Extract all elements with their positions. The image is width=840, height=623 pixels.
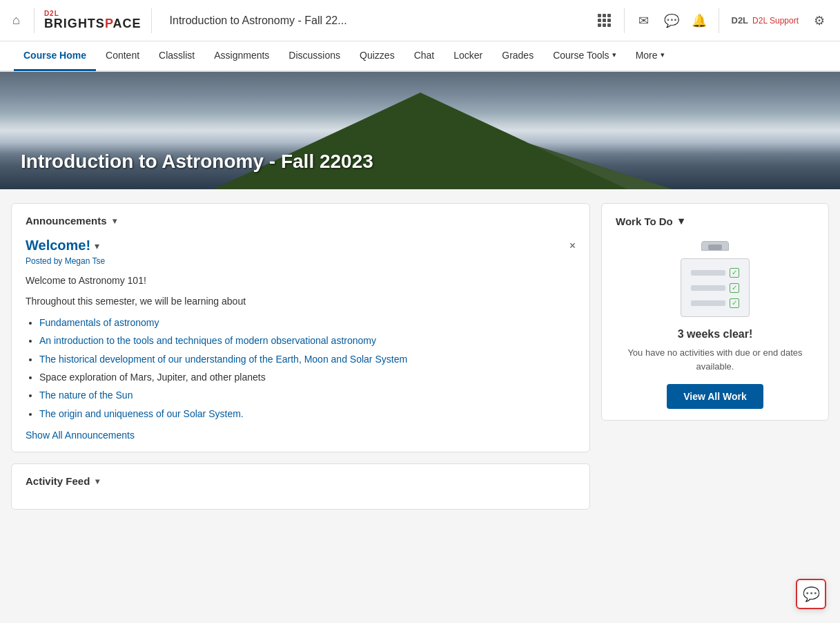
nav-content[interactable]: Content	[96, 41, 149, 71]
logo-area[interactable]: D2L BRIGHTSPACE	[44, 10, 141, 31]
work-to-do-header: Work To Do ▾	[616, 215, 814, 227]
check-icon-1: ✓	[730, 268, 739, 278]
activity-feed-chevron-icon[interactable]: ▾	[95, 477, 99, 486]
checklist-bar-2	[691, 285, 725, 291]
announcements-card: Announcements ▾ Welcome! ▾ × Posted by M…	[11, 203, 590, 452]
nav-more[interactable]: More ▾	[626, 41, 674, 71]
nav-discussions[interactable]: Discussions	[279, 41, 350, 71]
checklist-paper: ✓ ✓ ✓	[681, 258, 750, 317]
activity-feed-header: Activity Feed ▾	[26, 475, 576, 487]
check-icon-3: ✓	[730, 298, 739, 308]
top-bar: ⌂ D2L BRIGHTSPACE Introduction to Astron…	[0, 0, 840, 41]
nav-course-tools-label: Course Tools	[553, 50, 609, 61]
show-all-announcements-link[interactable]: Show All Announcements	[26, 430, 576, 441]
announcement-list: Fundamentals of astronomy An introductio…	[39, 315, 576, 421]
nav-more-label: More	[636, 50, 658, 61]
clipboard-top	[701, 241, 729, 251]
list-item: Space exploration of Mars, Jupiter, and …	[39, 370, 576, 385]
announcement-intro-2: Throughout this semester, we will be lea…	[26, 294, 576, 309]
grid-apps-button[interactable]	[592, 8, 617, 33]
checklist-bar-3	[691, 300, 725, 306]
hero-mountain-center	[213, 93, 627, 189]
left-column: Announcements ▾ Welcome! ▾ × Posted by M…	[11, 203, 590, 510]
nav-classlist[interactable]: Classlist	[149, 41, 204, 71]
nav-course-tools[interactable]: Course Tools ▾	[543, 41, 625, 71]
list-item: The historical development of our unders…	[39, 352, 576, 367]
divider-4	[719, 8, 719, 33]
work-status-desc: You have no activities with due or end d…	[616, 346, 814, 373]
activity-feed-label: Activity Feed	[26, 475, 90, 487]
nav-course-home[interactable]: Course Home	[14, 41, 96, 71]
list-item: Fundamentals of astronomy	[39, 315, 576, 330]
work-to-do-chevron-icon[interactable]: ▾	[678, 215, 684, 227]
nav-grades[interactable]: Grades	[492, 41, 543, 71]
bell-button[interactable]: 🔔	[687, 8, 712, 33]
gear-icon: ⚙	[814, 13, 825, 28]
list-item: An introduction to the tools and techniq…	[39, 333, 576, 348]
nav-bar: Course Home Content Classlist Assignment…	[0, 41, 840, 72]
bullet-link-2[interactable]: An introduction to the tools and techniq…	[39, 335, 376, 346]
clipboard-clip	[708, 245, 722, 250]
course-tools-chevron-icon: ▾	[612, 50, 616, 59]
check-icon-2: ✓	[730, 283, 739, 293]
announcements-label: Announcements	[26, 215, 107, 227]
announcement-body: Welcome to Astronomy 101! Throughout thi…	[26, 273, 576, 421]
checklist-illustration: ✓ ✓ ✓	[674, 241, 756, 317]
divider-1	[34, 8, 35, 33]
hero-title: Introduction to Astronomy - Fall 22023	[21, 151, 373, 173]
grid-icon	[598, 14, 611, 27]
nav-quizzes[interactable]: Quizzes	[350, 41, 404, 71]
announcements-header: Announcements ▾	[26, 215, 576, 227]
right-column: Work To Do ▾ ✓ ✓	[601, 203, 829, 510]
d2l-logo-small: D2L	[732, 15, 749, 26]
announcements-chevron-icon[interactable]: ▾	[113, 216, 117, 226]
nav-locker[interactable]: Locker	[444, 41, 492, 71]
bullet-link-5[interactable]: The nature of the Sun	[39, 390, 133, 401]
home-icon[interactable]: ⌂	[8, 9, 24, 32]
bullet-link-6[interactable]: The origin and uniqueness of our Solar S…	[39, 408, 244, 419]
activity-feed-card: Activity Feed ▾	[11, 463, 590, 510]
settings-button[interactable]: ⚙	[807, 8, 832, 33]
announcement-close-button[interactable]: ×	[569, 240, 576, 252]
email-button[interactable]: ✉	[632, 8, 656, 33]
top-bar-icons: ✉ 💬 🔔 D2L D2L Support ⚙	[592, 8, 832, 33]
announcement-welcome-title[interactable]: Welcome!	[26, 238, 90, 253]
course-title-top: Introduction to Astronomy - Fall 22...	[162, 15, 587, 27]
hero-banner: Introduction to Astronomy - Fall 22023	[0, 72, 840, 189]
checklist-line-3: ✓	[691, 298, 739, 308]
work-to-do-label: Work To Do	[616, 215, 673, 227]
checklist-line-1: ✓	[691, 268, 739, 278]
work-status-title: 3 weeks clear!	[616, 328, 814, 341]
divider-2	[151, 8, 152, 33]
welcome-chevron-icon[interactable]: ▾	[95, 240, 99, 251]
announcement-intro-1: Welcome to Astronomy 101!	[26, 273, 576, 288]
divider-3	[624, 8, 625, 33]
bullet-link-3[interactable]: The historical development of our unders…	[39, 354, 407, 365]
checklist-line-2: ✓	[691, 283, 739, 293]
work-to-do-card: Work To Do ▾ ✓ ✓	[601, 203, 829, 421]
list-item: The nature of the Sun	[39, 387, 576, 403]
list-item: The origin and uniqueness of our Solar S…	[39, 406, 576, 421]
checklist-bar-1	[691, 270, 725, 276]
d2l-support-text: D2L Support	[752, 16, 799, 26]
announcement-posted-by: Posted by Megan Tse	[26, 256, 576, 266]
bullet-link-1[interactable]: Fundamentals of astronomy	[39, 317, 159, 328]
more-chevron-icon: ▾	[661, 50, 665, 59]
chat-bubble-button[interactable]: 💬	[659, 8, 684, 33]
logo-brightspace-text: BRIGHTSPACE	[44, 17, 141, 31]
nav-assignments[interactable]: Assignments	[204, 41, 279, 71]
announcement-title-row: Welcome! ▾ ×	[26, 238, 576, 253]
main-content: Announcements ▾ Welcome! ▾ × Posted by M…	[0, 189, 840, 524]
view-all-work-button[interactable]: View All Work	[667, 384, 763, 409]
nav-chat[interactable]: Chat	[404, 41, 445, 71]
d2l-support-area[interactable]: D2L D2L Support	[726, 12, 805, 28]
